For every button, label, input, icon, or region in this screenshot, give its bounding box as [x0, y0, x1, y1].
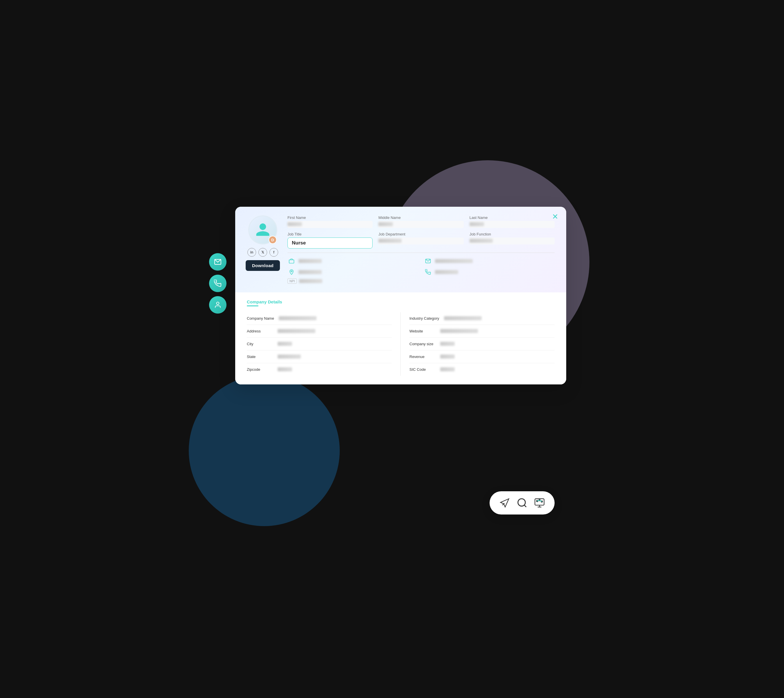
phone-value [435, 270, 458, 274]
zipcode-value [278, 367, 292, 371]
name-row: First Name Middle Name Last Name [287, 216, 555, 228]
address-label: Address [247, 329, 273, 333]
contact-row [287, 257, 555, 276]
bg-circle-teal [189, 375, 340, 526]
modal-header: ✕ D in 𝕏 f [235, 207, 566, 292]
last-name-label: Last Name [469, 216, 555, 220]
facebook-icon[interactable]: f [270, 248, 278, 257]
company-name-label: Company Name [247, 316, 274, 321]
download-button[interactable]: Download [245, 260, 280, 271]
svg-point-5 [518, 499, 525, 506]
middle-name-value [378, 222, 393, 226]
company-right-col: Industry Category Website Company size [401, 312, 555, 376]
industry-category-value [444, 316, 482, 320]
revenue-field: Revenue [409, 351, 555, 363]
avatar-badge: D [268, 236, 277, 244]
state-label: State [247, 354, 273, 359]
job-function-value [469, 239, 493, 243]
phone-contact-item [424, 268, 555, 276]
zipcode-label: Zipcode [247, 367, 273, 372]
first-name-value [287, 222, 302, 226]
section-underline [247, 305, 259, 306]
last-name-value [469, 222, 484, 226]
address-field: Address [247, 325, 392, 337]
revenue-label: Revenue [409, 354, 436, 359]
contact-modal: ✕ D in 𝕏 f [235, 207, 566, 384]
city-value [278, 342, 292, 346]
website-label: Website [409, 329, 436, 333]
email-icon [424, 257, 432, 265]
state-value [278, 354, 301, 359]
last-name-field: Last Name [469, 216, 555, 228]
megaphone-toolbar-btn[interactable] [497, 495, 513, 511]
bottom-toolbar [489, 491, 555, 515]
company-name-field: Company Name [247, 312, 392, 325]
city-label: City [247, 342, 273, 346]
npi-label: NPI [287, 278, 297, 284]
svg-point-1 [217, 302, 219, 305]
svg-point-4 [291, 271, 292, 272]
company-name-value [279, 316, 316, 320]
zipcode-field: Zipcode [247, 363, 392, 376]
close-button[interactable]: ✕ [550, 211, 560, 222]
avatar-wrapper: D [248, 216, 277, 244]
analytics-toolbar-btn[interactable] [531, 495, 548, 511]
city-field: City [247, 337, 392, 351]
job-department-field: Job Department [378, 232, 463, 249]
email-value [435, 259, 473, 263]
company-size-value [440, 342, 455, 346]
svg-rect-2 [289, 260, 294, 263]
person-icon-btn[interactable] [209, 296, 226, 314]
company-name-contact [298, 259, 322, 263]
website-value [440, 329, 478, 333]
twitter-icon[interactable]: 𝕏 [259, 248, 267, 257]
location-icon [287, 268, 296, 276]
revenue-value [440, 354, 455, 359]
avatar-section: D in 𝕏 f Download [244, 216, 282, 271]
sic-code-label: SIC Code [409, 367, 436, 372]
company-section: Company Details Company Name Address [235, 292, 566, 384]
location-contact-item [287, 268, 418, 276]
job-title-value: Nurse [287, 237, 372, 249]
location-value [298, 270, 322, 274]
company-grid: Company Name Address City S [247, 312, 555, 376]
job-department-value [378, 239, 402, 243]
middle-name-field: Middle Name [378, 216, 463, 228]
job-function-field: Job Function [469, 232, 555, 249]
first-name-label: First Name [287, 216, 372, 220]
company-contact-item [287, 257, 418, 265]
social-icons: in 𝕏 f [247, 248, 278, 257]
email-contact-item [424, 257, 555, 265]
state-field: State [247, 351, 392, 363]
fields-section: First Name Middle Name Last Name [287, 216, 555, 284]
company-size-label: Company size [409, 342, 436, 346]
website-field: Website [409, 325, 555, 337]
mail-icon-btn[interactable] [209, 253, 226, 271]
briefcase-icon [287, 257, 296, 265]
npi-row: NPI [287, 278, 555, 284]
company-section-title: Company Details [247, 300, 555, 304]
linkedin-icon[interactable]: in [247, 248, 256, 257]
svg-line-6 [524, 505, 526, 507]
company-left-col: Company Name Address City S [247, 312, 401, 376]
industry-category-field: Industry Category [409, 312, 555, 325]
job-department-label: Job Department [378, 232, 463, 236]
sic-code-field: SIC Code [409, 363, 555, 376]
phone-icon-btn[interactable] [209, 275, 226, 292]
company-size-field: Company size [409, 337, 555, 351]
left-icon-panel [209, 253, 226, 314]
job-title-field: Job Title Nurse [287, 232, 372, 249]
npi-value [299, 279, 322, 283]
address-value [278, 329, 315, 333]
job-function-label: Job Function [469, 232, 555, 236]
phone-contact-icon [424, 268, 432, 276]
search-toolbar-btn[interactable] [514, 495, 530, 511]
middle-name-label: Middle Name [378, 216, 463, 220]
first-name-field: First Name [287, 216, 372, 228]
job-row: Job Title Nurse Job Department Job Funct… [287, 232, 555, 249]
sic-code-value [440, 367, 455, 371]
job-title-label: Job Title [287, 232, 372, 236]
industry-category-label: Industry Category [409, 316, 439, 321]
